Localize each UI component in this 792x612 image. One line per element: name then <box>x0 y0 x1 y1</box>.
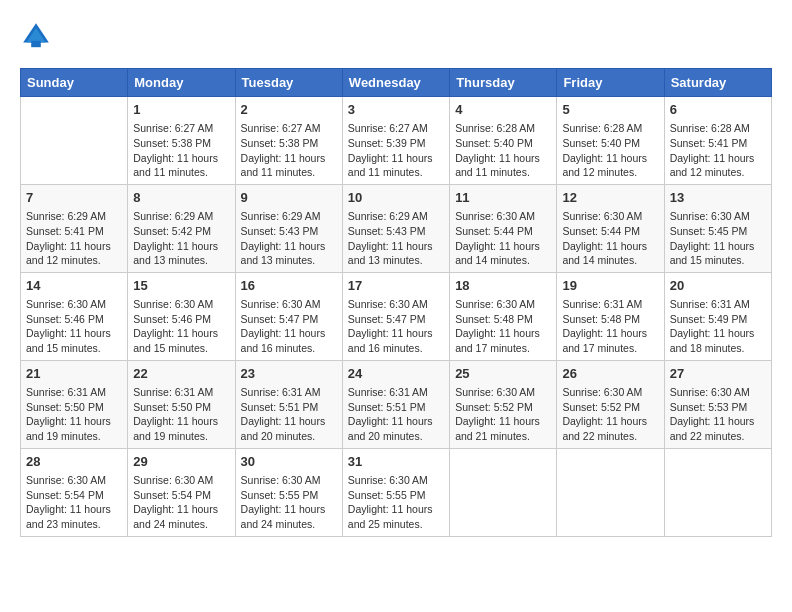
week-row-4: 21Sunrise: 6:31 AMSunset: 5:50 PMDayligh… <box>21 360 772 448</box>
day-cell <box>557 448 664 536</box>
day-cell: 16Sunrise: 6:30 AMSunset: 5:47 PMDayligh… <box>235 272 342 360</box>
day-number: 25 <box>455 365 551 383</box>
day-cell: 25Sunrise: 6:30 AMSunset: 5:52 PMDayligh… <box>450 360 557 448</box>
day-info: Sunrise: 6:30 AMSunset: 5:53 PMDaylight:… <box>670 385 766 444</box>
day-info: Sunrise: 6:28 AMSunset: 5:40 PMDaylight:… <box>455 121 551 180</box>
day-number: 10 <box>348 189 444 207</box>
day-number: 18 <box>455 277 551 295</box>
day-cell: 1Sunrise: 6:27 AMSunset: 5:38 PMDaylight… <box>128 97 235 185</box>
column-header-saturday: Saturday <box>664 69 771 97</box>
day-cell: 15Sunrise: 6:30 AMSunset: 5:46 PMDayligh… <box>128 272 235 360</box>
day-cell: 20Sunrise: 6:31 AMSunset: 5:49 PMDayligh… <box>664 272 771 360</box>
day-number: 4 <box>455 101 551 119</box>
day-info: Sunrise: 6:27 AMSunset: 5:38 PMDaylight:… <box>133 121 229 180</box>
day-cell: 2Sunrise: 6:27 AMSunset: 5:38 PMDaylight… <box>235 97 342 185</box>
logo-icon <box>20 20 52 52</box>
day-number: 28 <box>26 453 122 471</box>
day-cell: 9Sunrise: 6:29 AMSunset: 5:43 PMDaylight… <box>235 184 342 272</box>
day-number: 8 <box>133 189 229 207</box>
week-row-3: 14Sunrise: 6:30 AMSunset: 5:46 PMDayligh… <box>21 272 772 360</box>
day-number: 3 <box>348 101 444 119</box>
day-info: Sunrise: 6:30 AMSunset: 5:55 PMDaylight:… <box>348 473 444 532</box>
day-number: 13 <box>670 189 766 207</box>
week-row-2: 7Sunrise: 6:29 AMSunset: 5:41 PMDaylight… <box>21 184 772 272</box>
day-number: 2 <box>241 101 337 119</box>
day-number: 19 <box>562 277 658 295</box>
day-cell: 24Sunrise: 6:31 AMSunset: 5:51 PMDayligh… <box>342 360 449 448</box>
column-header-monday: Monday <box>128 69 235 97</box>
day-cell: 7Sunrise: 6:29 AMSunset: 5:41 PMDaylight… <box>21 184 128 272</box>
day-cell: 21Sunrise: 6:31 AMSunset: 5:50 PMDayligh… <box>21 360 128 448</box>
day-number: 11 <box>455 189 551 207</box>
header <box>20 20 772 52</box>
day-cell: 18Sunrise: 6:30 AMSunset: 5:48 PMDayligh… <box>450 272 557 360</box>
day-cell: 8Sunrise: 6:29 AMSunset: 5:42 PMDaylight… <box>128 184 235 272</box>
day-cell: 28Sunrise: 6:30 AMSunset: 5:54 PMDayligh… <box>21 448 128 536</box>
header-row: SundayMondayTuesdayWednesdayThursdayFrid… <box>21 69 772 97</box>
day-number: 26 <box>562 365 658 383</box>
week-row-5: 28Sunrise: 6:30 AMSunset: 5:54 PMDayligh… <box>21 448 772 536</box>
day-cell: 14Sunrise: 6:30 AMSunset: 5:46 PMDayligh… <box>21 272 128 360</box>
day-cell: 13Sunrise: 6:30 AMSunset: 5:45 PMDayligh… <box>664 184 771 272</box>
day-info: Sunrise: 6:31 AMSunset: 5:48 PMDaylight:… <box>562 297 658 356</box>
day-info: Sunrise: 6:31 AMSunset: 5:50 PMDaylight:… <box>26 385 122 444</box>
day-number: 27 <box>670 365 766 383</box>
day-cell: 11Sunrise: 6:30 AMSunset: 5:44 PMDayligh… <box>450 184 557 272</box>
day-info: Sunrise: 6:30 AMSunset: 5:48 PMDaylight:… <box>455 297 551 356</box>
day-cell <box>450 448 557 536</box>
day-number: 30 <box>241 453 337 471</box>
column-header-wednesday: Wednesday <box>342 69 449 97</box>
day-cell: 19Sunrise: 6:31 AMSunset: 5:48 PMDayligh… <box>557 272 664 360</box>
day-number: 21 <box>26 365 122 383</box>
calendar-table: SundayMondayTuesdayWednesdayThursdayFrid… <box>20 68 772 537</box>
day-info: Sunrise: 6:30 AMSunset: 5:55 PMDaylight:… <box>241 473 337 532</box>
day-cell: 17Sunrise: 6:30 AMSunset: 5:47 PMDayligh… <box>342 272 449 360</box>
day-number: 31 <box>348 453 444 471</box>
logo <box>20 20 58 52</box>
day-info: Sunrise: 6:29 AMSunset: 5:41 PMDaylight:… <box>26 209 122 268</box>
day-info: Sunrise: 6:30 AMSunset: 5:44 PMDaylight:… <box>455 209 551 268</box>
column-header-friday: Friday <box>557 69 664 97</box>
day-info: Sunrise: 6:27 AMSunset: 5:38 PMDaylight:… <box>241 121 337 180</box>
day-number: 24 <box>348 365 444 383</box>
day-info: Sunrise: 6:30 AMSunset: 5:45 PMDaylight:… <box>670 209 766 268</box>
day-info: Sunrise: 6:30 AMSunset: 5:54 PMDaylight:… <box>133 473 229 532</box>
day-info: Sunrise: 6:31 AMSunset: 5:51 PMDaylight:… <box>348 385 444 444</box>
day-number: 14 <box>26 277 122 295</box>
day-number: 1 <box>133 101 229 119</box>
day-info: Sunrise: 6:30 AMSunset: 5:44 PMDaylight:… <box>562 209 658 268</box>
column-header-sunday: Sunday <box>21 69 128 97</box>
day-info: Sunrise: 6:30 AMSunset: 5:54 PMDaylight:… <box>26 473 122 532</box>
day-info: Sunrise: 6:27 AMSunset: 5:39 PMDaylight:… <box>348 121 444 180</box>
day-info: Sunrise: 6:30 AMSunset: 5:46 PMDaylight:… <box>26 297 122 356</box>
day-info: Sunrise: 6:31 AMSunset: 5:49 PMDaylight:… <box>670 297 766 356</box>
day-cell: 22Sunrise: 6:31 AMSunset: 5:50 PMDayligh… <box>128 360 235 448</box>
day-cell <box>21 97 128 185</box>
day-info: Sunrise: 6:30 AMSunset: 5:52 PMDaylight:… <box>455 385 551 444</box>
day-info: Sunrise: 6:29 AMSunset: 5:43 PMDaylight:… <box>241 209 337 268</box>
column-header-tuesday: Tuesday <box>235 69 342 97</box>
day-number: 5 <box>562 101 658 119</box>
week-row-1: 1Sunrise: 6:27 AMSunset: 5:38 PMDaylight… <box>21 97 772 185</box>
day-cell: 6Sunrise: 6:28 AMSunset: 5:41 PMDaylight… <box>664 97 771 185</box>
day-cell: 23Sunrise: 6:31 AMSunset: 5:51 PMDayligh… <box>235 360 342 448</box>
svg-rect-2 <box>31 41 41 47</box>
day-info: Sunrise: 6:28 AMSunset: 5:40 PMDaylight:… <box>562 121 658 180</box>
day-number: 29 <box>133 453 229 471</box>
day-cell: 26Sunrise: 6:30 AMSunset: 5:52 PMDayligh… <box>557 360 664 448</box>
day-cell <box>664 448 771 536</box>
day-cell: 10Sunrise: 6:29 AMSunset: 5:43 PMDayligh… <box>342 184 449 272</box>
day-info: Sunrise: 6:28 AMSunset: 5:41 PMDaylight:… <box>670 121 766 180</box>
day-info: Sunrise: 6:29 AMSunset: 5:43 PMDaylight:… <box>348 209 444 268</box>
day-number: 22 <box>133 365 229 383</box>
day-number: 15 <box>133 277 229 295</box>
day-number: 17 <box>348 277 444 295</box>
day-number: 16 <box>241 277 337 295</box>
day-cell: 27Sunrise: 6:30 AMSunset: 5:53 PMDayligh… <box>664 360 771 448</box>
day-info: Sunrise: 6:30 AMSunset: 5:52 PMDaylight:… <box>562 385 658 444</box>
day-number: 6 <box>670 101 766 119</box>
day-cell: 12Sunrise: 6:30 AMSunset: 5:44 PMDayligh… <box>557 184 664 272</box>
day-info: Sunrise: 6:29 AMSunset: 5:42 PMDaylight:… <box>133 209 229 268</box>
day-number: 23 <box>241 365 337 383</box>
day-number: 20 <box>670 277 766 295</box>
